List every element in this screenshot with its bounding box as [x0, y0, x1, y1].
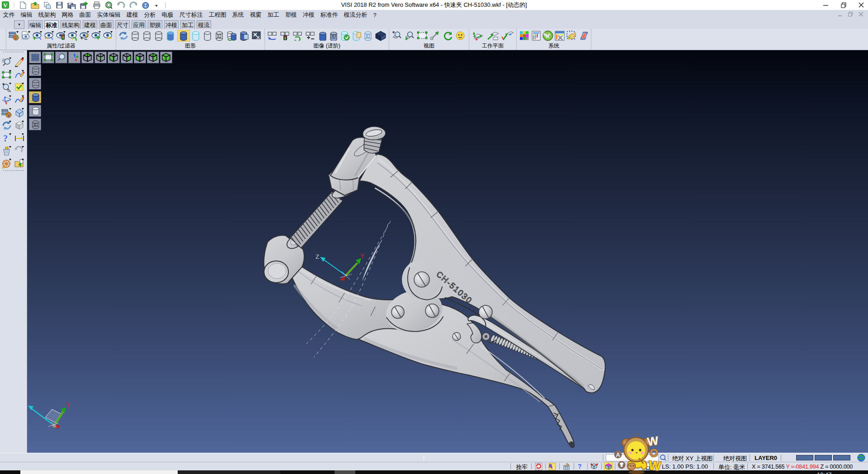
- svg-text:V: V: [3, 2, 8, 9]
- svg-text:W: W: [646, 434, 660, 449]
- svg-text:Y: Y: [360, 252, 364, 259]
- svg-text:W: W: [648, 458, 661, 474]
- svg-text:Y: Y: [66, 401, 71, 408]
- svg-text:Z: Z: [316, 253, 319, 260]
- svg-text:A: A: [616, 451, 620, 458]
- svg-text:O: O: [650, 447, 658, 459]
